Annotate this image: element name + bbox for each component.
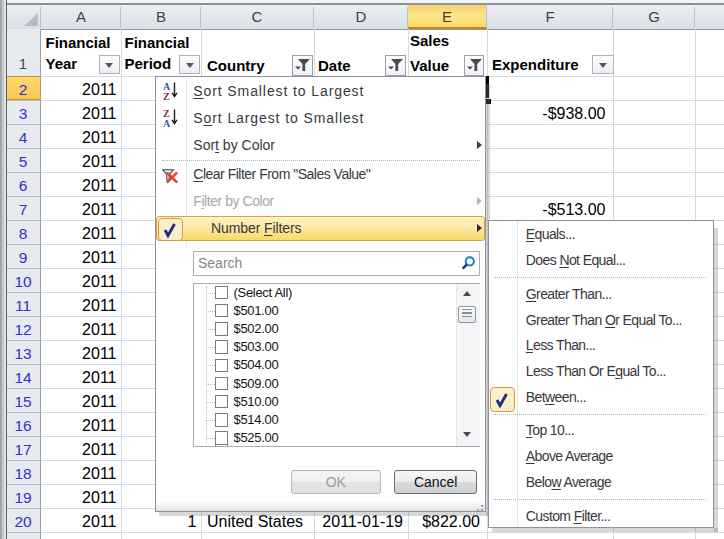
svg-text:A: A bbox=[163, 118, 171, 129]
svg-text:Z: Z bbox=[163, 91, 170, 102]
